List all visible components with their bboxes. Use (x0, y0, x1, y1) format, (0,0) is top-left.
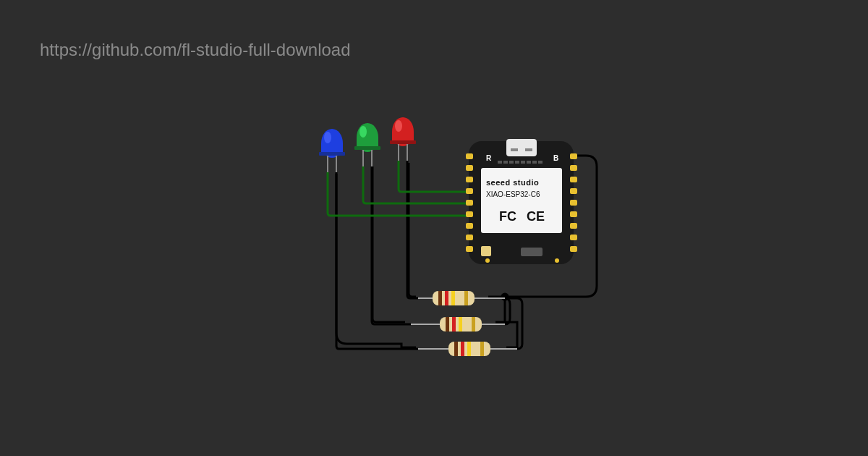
svg-rect-50 (466, 246, 473, 252)
svg-rect-49 (466, 235, 473, 240)
svg-rect-62 (525, 148, 532, 151)
signal-wires (328, 161, 469, 216)
svg-rect-69 (532, 161, 537, 164)
circuit-diagram: R B seeed studio XIAO-ESP32-C6 FC CE (0, 0, 868, 456)
label-r: R (486, 154, 492, 162)
svg-rect-36 (454, 342, 458, 356)
svg-rect-61 (511, 148, 518, 151)
svg-rect-25 (464, 291, 468, 305)
svg-rect-67 (521, 161, 525, 164)
svg-rect-46 (466, 200, 473, 206)
svg-rect-44 (466, 177, 473, 182)
svg-rect-16 (390, 140, 416, 144)
svg-rect-66 (515, 161, 519, 164)
svg-rect-58 (570, 235, 577, 240)
svg-rect-42 (466, 153, 473, 159)
svg-point-5 (324, 132, 331, 143)
esp32-board: R B seeed studio XIAO-ESP32-C6 FC CE (466, 139, 577, 264)
svg-rect-10 (354, 146, 380, 150)
svg-rect-9 (357, 138, 378, 148)
svg-rect-30 (452, 317, 456, 332)
svg-rect-56 (570, 211, 577, 217)
svg-rect-63 (498, 161, 502, 164)
svg-rect-38 (467, 342, 471, 356)
resistor-1 (418, 291, 505, 305)
cert-fcc: FC (499, 209, 516, 224)
svg-rect-29 (446, 317, 449, 332)
svg-rect-37 (461, 342, 464, 356)
ground-wires-2 (336, 161, 418, 349)
svg-rect-53 (570, 177, 577, 182)
board-model: XIAO-ESP32-C6 (486, 190, 540, 198)
red-led (390, 117, 416, 161)
svg-rect-73 (521, 248, 542, 256)
svg-rect-57 (570, 223, 577, 229)
svg-rect-70 (538, 161, 542, 164)
svg-point-11 (359, 126, 367, 138)
svg-rect-43 (466, 165, 473, 171)
svg-rect-72 (481, 246, 491, 256)
svg-rect-15 (392, 132, 414, 142)
svg-point-17 (395, 120, 402, 132)
svg-rect-39 (480, 342, 484, 356)
svg-rect-65 (509, 161, 514, 164)
svg-rect-3 (321, 143, 343, 153)
svg-point-75 (555, 258, 559, 263)
board-brand: seeed studio (486, 178, 539, 187)
cert-ce: CE (527, 209, 545, 224)
svg-rect-45 (466, 188, 473, 194)
resistor-3 (418, 342, 517, 356)
svg-rect-24 (451, 291, 455, 305)
resistor-junction-wires (505, 298, 522, 349)
svg-rect-68 (527, 161, 531, 164)
svg-rect-48 (466, 223, 473, 229)
label-b: B (553, 154, 558, 162)
svg-point-74 (485, 258, 490, 263)
svg-rect-31 (459, 317, 462, 332)
green-led (354, 123, 380, 166)
svg-rect-51 (570, 153, 577, 159)
svg-rect-32 (472, 317, 475, 332)
svg-rect-23 (445, 291, 448, 305)
svg-rect-54 (570, 188, 577, 194)
svg-rect-60 (506, 139, 537, 156)
svg-rect-64 (503, 161, 508, 164)
svg-rect-22 (438, 291, 442, 305)
resistor-2 (411, 317, 505, 332)
svg-rect-55 (570, 200, 577, 206)
svg-rect-47 (466, 211, 473, 217)
svg-rect-52 (570, 165, 577, 171)
svg-rect-4 (319, 152, 345, 156)
svg-rect-59 (570, 246, 577, 252)
blue-led (319, 129, 345, 172)
